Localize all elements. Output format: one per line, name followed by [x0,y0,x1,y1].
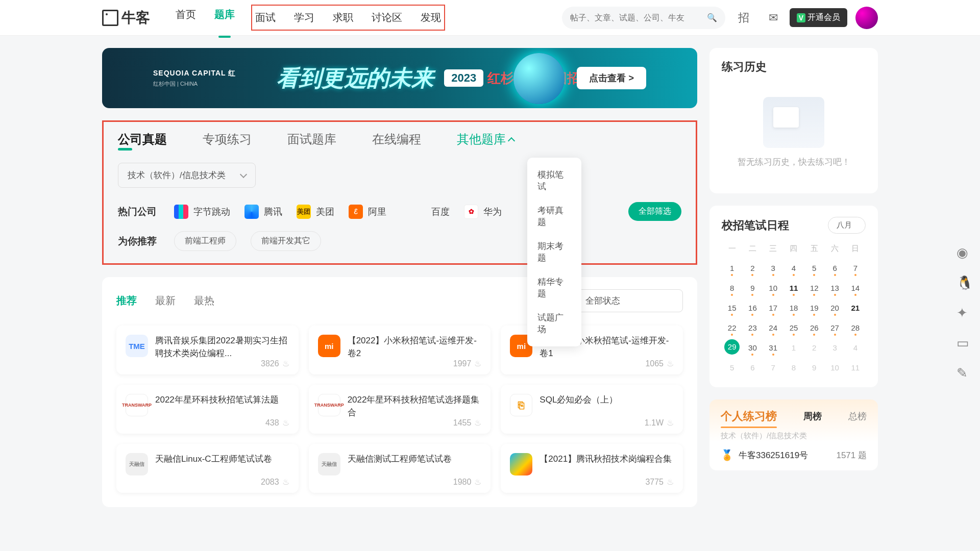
dropdown-final[interactable]: 期末考题 [527,234,581,270]
calendar-day[interactable]: 31 [763,339,783,356]
calendar-day[interactable]: 23 [742,319,763,336]
nav-job[interactable]: 求职 [333,8,353,28]
calendar-day[interactable]: 25 [783,319,804,336]
question-card[interactable]: 天融信 天融信测试工程师笔试试卷 1980 ♨ [309,444,491,493]
calendar-day[interactable]: 9 [804,359,824,376]
rank-tab-total[interactable]: 总榜 [848,410,867,422]
question-card[interactable]: mi 【2022】小米秋招笔试-运维开发-卷2 1997 ♨ [309,325,491,374]
company-meituan[interactable]: 美团美团 [297,205,334,219]
calendar-day[interactable]: 2 [804,339,824,356]
calendar-day[interactable]: 16 [742,299,763,316]
calendar-day[interactable]: 30 [742,339,763,356]
calendar-day[interactable]: 1 [783,339,804,356]
search-input[interactable] [570,13,707,22]
month-select[interactable]: 八月 [828,217,866,234]
list-tab-new[interactable]: 最新 [155,294,176,308]
vip-button[interactable]: V开通会员 [790,8,847,27]
dropdown-essence[interactable]: 精华专题 [527,270,581,306]
calendar-day[interactable]: 5 [804,260,824,277]
calendar-day[interactable]: 21 [845,299,866,316]
chip-frontend-other[interactable]: 前端开发其它 [251,231,321,251]
filter-all-button[interactable]: 全部筛选 [628,202,681,221]
calendar-day[interactable]: 20 [824,299,845,316]
calendar-day[interactable]: 15 [722,299,742,316]
calendar-day[interactable]: 10 [763,280,783,296]
calendar-day[interactable]: 4 [845,339,866,356]
calendar-day[interactable]: 8 [722,280,742,296]
chip-frontend[interactable]: 前端工程师 [174,231,236,251]
calendar-day[interactable]: 4 [783,260,804,277]
calendar-day[interactable]: 1 [722,260,742,277]
calendar-day[interactable]: 18 [783,299,804,316]
calendar-day[interactable]: 7 [845,260,866,277]
calendar-day[interactable]: 8 [783,359,804,376]
calendar-day[interactable]: 7 [763,359,783,376]
recruit-icon[interactable]: 招 [732,7,755,29]
list-tab-reco[interactable]: 推荐 [116,294,137,308]
logo[interactable]: 牛客 [102,8,150,28]
tab-special[interactable]: 专项练习 [203,131,252,147]
calendar-day[interactable]: 27 [824,319,845,336]
question-card[interactable]: TME 腾讯音娱乐集团2022暑期实习生招聘技术类岗位编程... 3826 ♨ [116,325,299,374]
calendar-day[interactable]: 12 [804,280,824,296]
list-tab-hot[interactable]: 最热 [194,294,214,308]
calendar-day[interactable]: 5 [722,359,742,376]
search-box[interactable]: 🔍 [562,7,725,29]
calendar-day[interactable]: 9 [742,280,763,296]
calendar-day[interactable]: 3 [763,260,783,277]
calendar-day[interactable]: 29 [724,339,740,355]
nav-discuss[interactable]: 讨论区 [372,8,402,28]
company-bytedance[interactable]: 字节跳动 [174,205,230,219]
calendar-day[interactable]: 6 [824,260,845,277]
nav-learn[interactable]: 学习 [294,8,314,28]
dropdown-mock[interactable]: 模拟笔试 [527,163,581,198]
calendar-day[interactable]: 14 [845,280,866,296]
nav-interview[interactable]: 面试 [255,8,276,28]
tab-coding[interactable]: 在线编程 [372,131,421,147]
weibo-icon[interactable]: ◉ [957,245,973,261]
state-select[interactable]: 全部状态 [574,289,683,312]
nav-questions[interactable]: 题库 [214,5,235,31]
question-card[interactable]: 天融信 天融信Linux-C工程师笔试试卷 2083 ♨ [116,444,299,493]
company-alibaba[interactable]: ℰ阿里 [349,205,386,219]
calendar-day[interactable]: 24 [763,319,783,336]
wechat-icon[interactable]: ✦ [957,305,973,321]
calendar-day[interactable]: 13 [824,280,845,296]
company-huawei[interactable]: 华为 [464,205,502,219]
question-card[interactable]: ⎘ SQL必知必会（上） 1.1W ♨ [501,385,683,434]
feedback-icon[interactable]: ✎ [957,365,973,381]
dropdown-kaoyan[interactable]: 考研真题 [527,198,581,234]
calendar-day[interactable]: 11 [845,359,866,376]
calendar-day[interactable]: 11 [783,280,804,296]
calendar-day[interactable]: 17 [763,299,783,316]
mail-icon[interactable]: ✉ [762,7,785,29]
category-select[interactable]: 技术（软件）/信息技术类 [118,163,256,188]
question-card[interactable]: TRANSWARP 2022年星环科技秋招笔试选择题集合 1455 ♨ [309,385,491,434]
tab-company[interactable]: 公司真题 [118,131,167,147]
banner-cta-button[interactable]: 点击查看 > [577,67,646,89]
calendar-day[interactable]: 22 [722,319,742,336]
phone-icon[interactable]: ▭ [957,335,973,351]
dropdown-square[interactable]: 试题广场 [527,306,581,341]
question-card[interactable]: TRANSWARP 2022年星环科技秋招笔试算法题 438 ♨ [116,385,299,434]
rank-row-1[interactable]: 🏅 牛客336251619号 1571 题 [721,449,867,461]
calendar-day[interactable]: 2 [742,260,763,277]
calendar-day[interactable]: 3 [824,339,845,356]
nav-home[interactable]: 首页 [176,5,196,31]
company-tencent[interactable]: 腾讯 [244,205,282,219]
calendar-day[interactable]: 28 [845,319,866,336]
promo-banner[interactable]: SEQUOIA CAPITAL 红 红杉中国 | CHINA 看到更远的未来 2… [102,48,697,108]
tab-interview[interactable]: 面试题库 [287,131,336,147]
calendar-day[interactable]: 26 [804,319,824,336]
company-baidu[interactable]: 百度 [431,206,450,218]
calendar-day[interactable]: 6 [742,359,763,376]
avatar[interactable] [855,7,878,29]
nav-discover[interactable]: 发现 [421,8,441,28]
qq-icon[interactable]: 🐧 [957,275,973,291]
tab-other[interactable]: 其他题库 [457,131,514,147]
question-card[interactable]: 【2021】腾讯秋招技术岗编程合集 3775 ♨ [501,444,683,493]
calendar-day[interactable]: 19 [804,299,824,316]
search-icon[interactable]: 🔍 [707,13,717,22]
rank-tab-week[interactable]: 周榜 [803,410,822,422]
calendar-day[interactable]: 10 [824,359,845,376]
